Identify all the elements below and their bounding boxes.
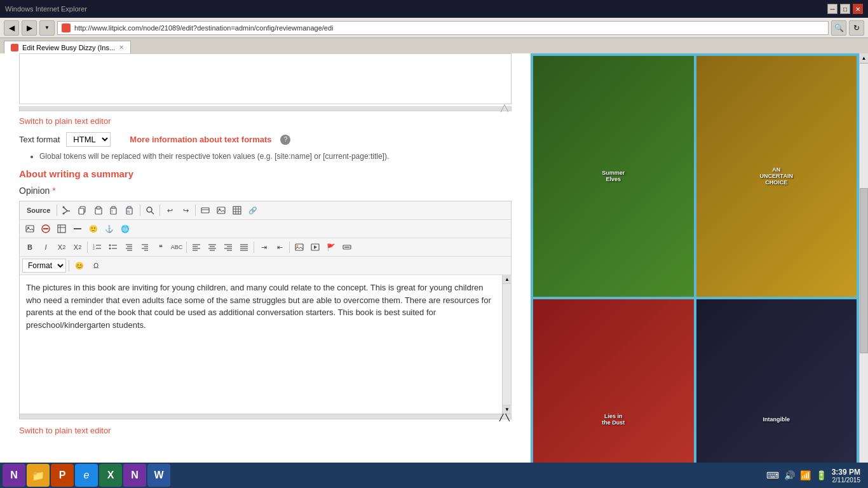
rte-format-row: Format 😊 Ω: [20, 257, 511, 275]
text-format-select[interactable]: HTML: [66, 132, 111, 147]
smiley-button[interactable]: 😊: [72, 259, 87, 273]
list-item[interactable]: Lies inthe Dust: [533, 299, 694, 488]
list-item[interactable]: SummerElves: [533, 56, 694, 297]
active-tab[interactable]: Edit Review Busy Dizzy (Ins... ✕: [4, 41, 131, 53]
taskbar-word-button[interactable]: W: [147, 464, 170, 487]
image-button[interactable]: [214, 203, 229, 217]
taskbar-ppt-button[interactable]: P: [51, 464, 74, 487]
flash-button[interactable]: [308, 240, 323, 254]
search-button[interactable]: 🔍: [831, 20, 846, 36]
network-icon[interactable]: 📶: [800, 470, 811, 480]
title-bar: Windows Internet Explorer ─ □ ✕: [0, 0, 868, 18]
indent-increase-button[interactable]: [137, 240, 153, 254]
table2-button[interactable]: [54, 222, 69, 236]
align-left-button[interactable]: [189, 240, 204, 254]
scroll-track[interactable]: [503, 284, 511, 405]
undo-button[interactable]: ↩: [162, 203, 177, 217]
flag-button[interactable]: 🚩: [323, 240, 339, 254]
taskbar-excel-button[interactable]: X: [99, 464, 122, 487]
book-title: Intangible: [761, 414, 793, 425]
address-bar[interactable]: http://www.litpick.com/node/21089/edit?d…: [57, 21, 829, 35]
image3-button[interactable]: [22, 222, 37, 236]
ltr-button[interactable]: ⇥: [256, 240, 271, 254]
format-select-wrap: Format: [22, 259, 66, 273]
format-sep: [69, 260, 69, 271]
bold-button[interactable]: B: [22, 240, 37, 254]
back-button[interactable]: ◀: [4, 20, 19, 36]
special-char-button[interactable]: Ω: [88, 259, 104, 273]
no-entry-button[interactable]: [38, 222, 53, 236]
subscript-button[interactable]: X2: [54, 240, 69, 254]
insert-image-button[interactable]: [292, 240, 307, 254]
about-summary-link[interactable]: About writing a summary: [19, 168, 512, 179]
copy-button[interactable]: [75, 203, 90, 217]
close-button[interactable]: ✕: [853, 4, 863, 14]
battery-icon: 🔋: [816, 470, 827, 480]
site-favicon: [62, 24, 71, 32]
source-button[interactable]: Source: [22, 203, 55, 217]
find-button[interactable]: [142, 203, 158, 217]
abbr-button[interactable]: ABC: [169, 240, 184, 254]
link-button[interactable]: 🔗: [245, 203, 261, 217]
paste-word-button[interactable]: W: [123, 203, 138, 217]
textarea-resize[interactable]: ╱╲: [19, 106, 512, 111]
scroll-down-button[interactable]: ▼: [503, 405, 512, 414]
taskbar-ie-button[interactable]: e: [75, 464, 98, 487]
globe-button[interactable]: 🌐: [118, 222, 133, 236]
switch-plain-bottom[interactable]: Switch to plain text editor: [19, 426, 512, 435]
recent-pages-button[interactable]: ▼: [39, 20, 55, 36]
help-icon[interactable]: ?: [280, 135, 290, 145]
ul-button[interactable]: [105, 240, 121, 254]
separator4: [195, 205, 196, 216]
scroll-up-button[interactable]: ▲: [503, 275, 512, 284]
top-textarea[interactable]: [19, 53, 512, 104]
maximize-button[interactable]: □: [840, 4, 850, 14]
refresh-button[interactable]: ↻: [849, 20, 864, 36]
rte-content-textarea[interactable]: The pictures in this book are inviting f…: [20, 275, 502, 412]
hr-button[interactable]: [70, 222, 85, 236]
align-right-button[interactable]: [220, 240, 236, 254]
rtl-button[interactable]: ⇤: [272, 240, 287, 254]
cut-button[interactable]: [59, 203, 74, 217]
emoji-button[interactable]: 🙂: [86, 222, 101, 236]
anchor-button[interactable]: ⚓: [102, 222, 117, 236]
blockquote-button[interactable]: ❝: [153, 240, 168, 254]
forward-button[interactable]: ▶: [22, 20, 37, 36]
main-scroll-track[interactable]: [860, 64, 868, 478]
volume-icon[interactable]: 🔊: [784, 470, 795, 480]
svg-text:2.: 2.: [93, 247, 95, 250]
paste-text-button[interactable]: T: [107, 203, 122, 217]
url-text: http://www.litpick.com/node/21089/edit?d…: [74, 24, 334, 32]
separator8: [289, 241, 290, 253]
clock[interactable]: 3:39 PM 2/11/2015: [832, 468, 860, 484]
main-scroll-up[interactable]: ▲: [860, 53, 869, 64]
taskbar-explorer-button[interactable]: 📁: [27, 464, 50, 487]
redo-button[interactable]: ↪: [178, 203, 193, 217]
switch-plain-top[interactable]: Switch to plain text editor: [19, 116, 512, 126]
paste-button[interactable]: [91, 203, 106, 217]
more-info-link[interactable]: More information about text formats: [130, 135, 271, 144]
svg-text:W: W: [127, 210, 130, 214]
list-item[interactable]: ANUNCERTAINCHOICE: [696, 56, 857, 297]
main-scroll-thumb[interactable]: [860, 188, 868, 354]
list-item[interactable]: Intangible: [696, 299, 857, 488]
indent-decrease-button[interactable]: [121, 240, 137, 254]
content-inner: Switch to plain text editor Text format …: [0, 116, 531, 448]
ol-button[interactable]: 1.2.: [90, 240, 105, 254]
tab-close[interactable]: ✕: [119, 44, 124, 51]
format-select[interactable]: Format: [22, 259, 66, 273]
italic-button[interactable]: I: [38, 240, 53, 254]
taskbar-onenote2-button[interactable]: N: [123, 464, 146, 487]
browser-title: Windows Internet Explorer: [5, 5, 87, 13]
table-button[interactable]: [229, 203, 245, 217]
superscript-button[interactable]: X2: [70, 240, 85, 254]
minimize-button[interactable]: ─: [827, 4, 837, 14]
search2-button[interactable]: [198, 203, 213, 217]
tab-label: Edit Review Busy Dizzy (Ins...: [22, 44, 115, 51]
hr2-button[interactable]: [339, 240, 355, 254]
svg-point-64: [297, 245, 299, 247]
align-justify-button[interactable]: [236, 240, 252, 254]
taskbar-onenote-button[interactable]: N: [3, 464, 25, 487]
rte-resize-handle[interactable]: ╱╲: [20, 414, 511, 419]
align-center-button[interactable]: [205, 240, 220, 254]
